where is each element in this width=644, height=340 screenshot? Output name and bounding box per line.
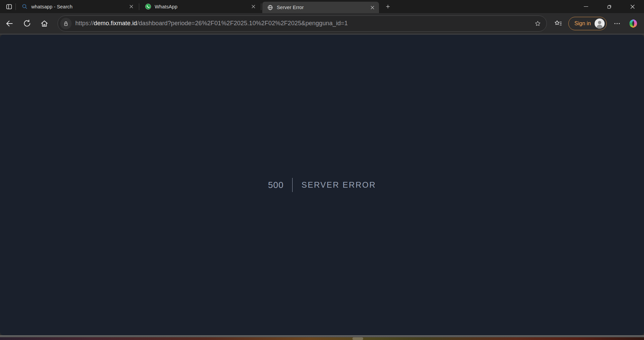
navigation-toolbar: https://demo.fixmate.id/dashboard?period… (0, 13, 644, 35)
url-path: /dashboard?periode=26%2F01%2F2025.10%2F0… (137, 20, 348, 27)
search-icon (21, 3, 28, 10)
tab-title: whatsapp - Search (31, 4, 124, 9)
restore-button[interactable] (598, 0, 621, 13)
url-domain: demo.fixmate.id (94, 20, 137, 27)
server-error-message: 500 SERVER ERROR (268, 178, 376, 192)
url-scheme: https:// (75, 20, 94, 27)
restore-icon (607, 4, 612, 9)
lock-icon (63, 20, 69, 27)
close-icon (371, 6, 374, 9)
tab-close-button[interactable] (249, 3, 257, 11)
copilot-button[interactable] (627, 17, 639, 30)
add-favorite-button[interactable] (532, 17, 544, 30)
tab-title: Server Error (277, 5, 366, 10)
url-text: https://demo.fixmate.id/dashboard?period… (75, 20, 528, 27)
favorites-icon (554, 19, 563, 28)
minimize-button[interactable] (574, 0, 598, 13)
tab-title: WhatsApp (155, 4, 247, 9)
tab-whatsapp-search[interactable]: whatsapp - Search (17, 0, 138, 13)
tab-separator (261, 3, 261, 10)
address-bar[interactable]: https://demo.fixmate.id/dashboard?period… (58, 15, 547, 32)
tab-separator (15, 3, 16, 10)
tab-server-error[interactable]: Server Error (262, 2, 379, 13)
favorites-button[interactable] (552, 17, 565, 30)
tab-whatsapp[interactable]: WhatsApp (140, 0, 260, 13)
avatar-icon (595, 18, 605, 29)
new-tab-button[interactable] (382, 2, 393, 12)
tab-separator (139, 3, 139, 10)
sign-in-button[interactable]: Sign in (568, 17, 607, 30)
tab-actions-menu-button[interactable] (4, 2, 14, 12)
taskbar-peek (352, 337, 363, 340)
refresh-icon (23, 19, 31, 28)
home-button[interactable] (37, 16, 51, 31)
browser-window: whatsapp - Search WhatsApp (0, 0, 644, 337)
close-icon (252, 5, 255, 8)
refresh-button[interactable] (20, 16, 34, 31)
new-tab-icon (385, 4, 391, 9)
window-controls (574, 0, 644, 13)
window-bottom-edge (0, 335, 644, 337)
more-icon (614, 20, 620, 27)
home-icon (40, 19, 49, 28)
back-icon (5, 19, 14, 28)
star-icon (534, 20, 541, 27)
site-info-button[interactable] (60, 18, 72, 29)
error-message: SERVER ERROR (301, 180, 376, 190)
web-content: 500 SERVER ERROR (0, 35, 644, 335)
close-icon (129, 5, 133, 8)
minimize-icon (584, 6, 588, 7)
tab-strip: whatsapp - Search WhatsApp (0, 0, 644, 13)
back-button[interactable] (2, 16, 16, 31)
error-code: 500 (268, 180, 283, 190)
tab-close-button[interactable] (368, 3, 376, 11)
tab-actions-icon (5, 3, 13, 10)
tab-close-button[interactable] (127, 3, 135, 11)
close-button[interactable] (621, 0, 644, 13)
error-divider (292, 178, 293, 192)
globe-icon (267, 4, 273, 11)
close-icon (630, 4, 635, 9)
sign-in-label: Sign in (574, 21, 591, 27)
settings-more-button[interactable] (611, 17, 623, 30)
whatsapp-icon (145, 3, 151, 10)
copilot-icon (628, 18, 638, 29)
